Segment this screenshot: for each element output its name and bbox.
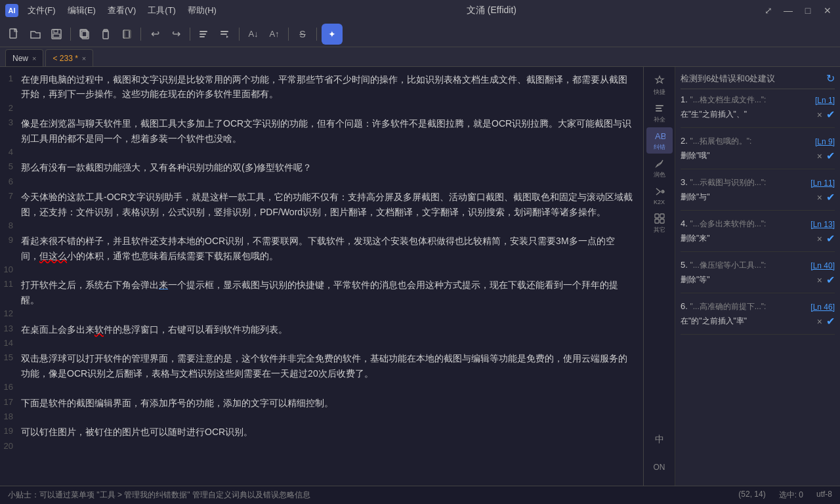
error-panel-header: 检测到6处错误和0处建议 ↻ bbox=[681, 72, 835, 89]
line-content-7[interactable]: 今天体验的这款工具-OCR文字识别助手，就是这样一款工具，它的功能不仅有：支持高… bbox=[21, 190, 643, 219]
error-accept-btn[interactable]: ✔ bbox=[826, 232, 835, 245]
refresh-btn[interactable]: ↻ bbox=[826, 72, 835, 85]
sidebar-icon-快捷[interactable]: 快捷 bbox=[646, 72, 673, 98]
line-content-9[interactable]: 看起来很不错的样子，并且软件还支持本地的OCR识别，不需要联网。下载软件，发现这… bbox=[21, 234, 643, 263]
error-loc[interactable]: [Ln 40] bbox=[810, 261, 835, 270]
line-content-2[interactable] bbox=[21, 102, 643, 116]
error-dismiss-btn[interactable]: × bbox=[817, 192, 822, 203]
error-loc[interactable]: [Ln 1] bbox=[815, 96, 835, 105]
mark-underline-red: 软 bbox=[94, 324, 104, 335]
menu-item-编辑(E)[interactable]: 编辑(E) bbox=[62, 3, 101, 18]
error-list: 1. "...格文档生成文件...": [Ln 1] 在"生"之前插入"、" ×… bbox=[681, 94, 835, 480]
maximize-btn[interactable]: □ bbox=[801, 3, 815, 18]
line-content-17[interactable]: 下面是软件的截图编辑界面，有添加序号的功能，添加的文字可以精细控制。 bbox=[21, 396, 643, 410]
sidebar-icon-其它[interactable]: 其它 bbox=[646, 210, 673, 236]
error-loc[interactable]: [Ln 13] bbox=[810, 220, 835, 229]
font-increase-btn[interactable]: A↑ bbox=[265, 25, 284, 43]
line-content-8[interactable] bbox=[21, 219, 643, 234]
error-actions: 删除"来" × ✔ bbox=[681, 232, 835, 245]
line-content-12[interactable] bbox=[21, 307, 643, 322]
error-loc[interactable]: [Ln 46] bbox=[810, 303, 835, 312]
minimize-btn[interactable]: — bbox=[781, 3, 795, 18]
error-dismiss-btn[interactable]: × bbox=[817, 234, 822, 244]
error-panel: 检测到6处错误和0处建议 ↻ 1. "...格文档生成文件...": [Ln 1… bbox=[675, 67, 840, 486]
error-loc[interactable]: [Ln 9] bbox=[815, 137, 835, 146]
svg-rect-24 bbox=[660, 219, 664, 223]
line-num-20: 20 bbox=[0, 440, 21, 454]
sidebar-icon-润色[interactable]: 润色 bbox=[646, 155, 673, 181]
line-content-4[interactable] bbox=[21, 146, 643, 160]
open-file-btn[interactable] bbox=[26, 25, 45, 43]
error-loc[interactable]: [Ln 11] bbox=[810, 178, 835, 188]
svg-rect-14 bbox=[220, 31, 228, 32]
tab-close-new[interactable]: × bbox=[32, 54, 36, 62]
line-num-12: 12 bbox=[0, 307, 21, 322]
line-content-13[interactable]: 在桌面上会多出来软件的悬浮窗口，右键可以看到软件功能列表。 bbox=[21, 322, 643, 337]
error-dismiss-btn[interactable]: × bbox=[817, 110, 822, 120]
line-content-10[interactable] bbox=[21, 263, 643, 278]
sidebar-icon-K2X[interactable]: K2X bbox=[646, 182, 673, 209]
error-suggestion: 删除"来" bbox=[681, 233, 710, 244]
paste-btn[interactable] bbox=[96, 25, 115, 43]
sidebar-icon-ON[interactable]: ON bbox=[646, 454, 673, 480]
mark-underline-blue: 来 bbox=[159, 280, 168, 290]
line-content-16[interactable] bbox=[21, 381, 643, 395]
line-content-20[interactable] bbox=[21, 440, 643, 454]
font-decrease-btn[interactable]: A↓ bbox=[244, 25, 262, 43]
redo-btn[interactable]: ↪ bbox=[167, 25, 185, 43]
save-file-btn[interactable] bbox=[47, 25, 66, 43]
strikethrough-btn[interactable]: S bbox=[293, 25, 312, 43]
line-num-16: 16 bbox=[0, 381, 21, 395]
tab-label: New bbox=[12, 54, 28, 63]
error-accept-btn[interactable]: ✔ bbox=[826, 315, 835, 327]
copy-btn[interactable] bbox=[75, 25, 94, 43]
line-content-19[interactable]: 可以钉住图片，被钉住的图片也可以随时进行OCR识别。 bbox=[21, 425, 643, 439]
error-dismiss-btn[interactable]: × bbox=[817, 275, 822, 285]
divider-4 bbox=[239, 28, 240, 41]
tab-close-233[interactable]: × bbox=[82, 54, 86, 62]
undo-btn[interactable]: ↩ bbox=[146, 25, 164, 43]
replace-btn[interactable] bbox=[216, 25, 234, 43]
find-btn[interactable] bbox=[195, 25, 213, 43]
line-content-5[interactable]: 那么有没有一款截图功能强大，又有各种识别功能的双(多)修型软件呢？ bbox=[21, 160, 643, 175]
line-10: 10 bbox=[0, 263, 643, 278]
line-content-6[interactable] bbox=[21, 175, 643, 190]
sidebar-icon-补全[interactable]: 补全 bbox=[646, 100, 673, 126]
ai-assist-btn[interactable]: ✦ bbox=[322, 24, 343, 45]
line-num-9: 9 bbox=[0, 234, 21, 263]
error-num: 2. "...拓展包哦的。": bbox=[681, 136, 751, 147]
restore-btn[interactable]: ⤢ bbox=[761, 3, 776, 18]
line-content-3[interactable]: 像是在浏览器与聊天软件里，截图工具大多加上了OCR文字识别的功能，但有个问题：许… bbox=[21, 116, 643, 146]
sidebar-icon-中[interactable]: 中 bbox=[646, 427, 673, 453]
error-accept-btn[interactable]: ✔ bbox=[826, 150, 835, 162]
line-content-1[interactable]: 在使用电脑的过程中，截图和文字识别是比较常用的两个功能，平常那些节省不少时间的操… bbox=[21, 72, 643, 102]
error-dismiss-btn[interactable]: × bbox=[817, 316, 822, 327]
line-5: 5那么有没有一款截图功能强大，又有各种识别功能的双(多)修型软件呢？ bbox=[0, 160, 643, 175]
line-content-11[interactable]: 打开软件之后，系统右下角会弹出来一个提示框，显示截图与识别的快捷键，平常软件的消… bbox=[21, 278, 643, 307]
menu-item-文件(F)[interactable]: 文件(F) bbox=[22, 3, 61, 18]
menu-item-帮助(H)[interactable]: 帮助(H) bbox=[182, 3, 222, 18]
close-btn[interactable]: ✕ bbox=[820, 3, 835, 18]
new-file-btn[interactable] bbox=[5, 25, 24, 43]
line-content-14[interactable] bbox=[21, 337, 643, 351]
selection-count: 选中: 0 bbox=[779, 490, 803, 501]
menu-item-工具(T)[interactable]: 工具(T) bbox=[142, 3, 181, 18]
error-accept-btn[interactable]: ✔ bbox=[826, 274, 835, 286]
error-accept-btn[interactable]: ✔ bbox=[826, 108, 835, 121]
line-num-8: 8 bbox=[0, 219, 21, 234]
error-header: 5. "...像压缩等小工具...": [Ln 40] bbox=[681, 260, 835, 271]
line-content-18[interactable] bbox=[21, 410, 643, 425]
error-accept-btn[interactable]: ✔ bbox=[826, 191, 835, 203]
line-18: 18 bbox=[0, 410, 643, 425]
line-content-15[interactable]: 双击悬浮球可以打开软件的管理界面，需要注意的是，这个软件并非完全免费的软件，基础… bbox=[21, 351, 643, 381]
status-right: (52, 14) 选中: 0 utf-8 bbox=[738, 490, 832, 501]
editor-scroll[interactable]: 1在使用电脑的过程中，截图和文字识别是比较常用的两个功能，平常那些节省不少时间的… bbox=[0, 67, 643, 486]
editor-area[interactable]: 1在使用电脑的过程中，截图和文字识别是比较常用的两个功能，平常那些节省不少时间的… bbox=[0, 67, 643, 486]
tab-new[interactable]: New× bbox=[5, 49, 43, 66]
error-dismiss-btn[interactable]: × bbox=[817, 151, 822, 161]
error-actions: 删除"与" × ✔ bbox=[681, 191, 835, 203]
tab-233[interactable]: < 233 *× bbox=[45, 49, 93, 66]
menu-item-查看(V)[interactable]: 查看(V) bbox=[102, 3, 141, 18]
sidebar-icon-纠错[interactable]: AB 纠错 bbox=[646, 127, 673, 154]
copy2-btn[interactable] bbox=[117, 25, 136, 43]
